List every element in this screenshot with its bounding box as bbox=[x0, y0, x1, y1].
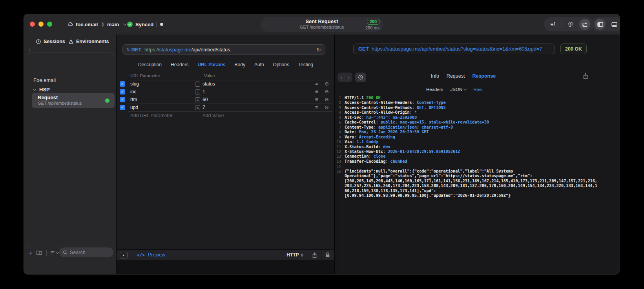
token: Cache-Control bbox=[345, 120, 376, 124]
tab-request[interactable]: Request bbox=[447, 73, 465, 79]
toggle-sidebar-button[interactable] bbox=[595, 19, 606, 30]
param-enabled-checkbox[interactable]: ✓ bbox=[120, 97, 125, 102]
sort-filter-button[interactable] bbox=[50, 250, 59, 255]
preview-button[interactable]: Preview bbox=[148, 252, 165, 258]
project-switcher[interactable]: foe.email bbox=[67, 20, 98, 28]
share-icon bbox=[312, 252, 317, 258]
value-options-icon[interactable]: ≡ bbox=[315, 89, 318, 95]
param-value[interactable]: status bbox=[203, 81, 215, 87]
tree-item-foe-email[interactable]: Foe.email bbox=[33, 77, 56, 83]
forward-button[interactable]: › bbox=[348, 74, 350, 80]
param-name[interactable]: upd bbox=[130, 105, 138, 110]
remove-param-icon[interactable]: ⊖ bbox=[325, 81, 329, 87]
tab-description[interactable]: Description bbox=[138, 62, 162, 67]
add-param-placeholder[interactable]: Add URL Parameter bbox=[130, 113, 173, 118]
protocol-selector[interactable]: HTTP bbox=[286, 252, 299, 258]
method-label: GET bbox=[358, 46, 369, 52]
stepper-arrows-icon[interactable]: ⇅ bbox=[301, 253, 304, 257]
response-line: 12X-Status-Now-Utc: 2026-01-26T20:29:59.… bbox=[335, 149, 620, 154]
token: : bbox=[354, 135, 359, 139]
add-group-button[interactable] bbox=[36, 250, 42, 256]
tab-auth[interactable]: Auth bbox=[254, 62, 264, 67]
response-line: 7Content-Type: application/json; charset… bbox=[335, 125, 620, 130]
param-add-row[interactable]: Add URL ParameterAdd Value bbox=[117, 111, 334, 119]
sync-status[interactable]: Synced bbox=[127, 20, 153, 28]
chevron-down-icon bbox=[463, 87, 467, 90]
tab-body[interactable]: Body bbox=[235, 62, 245, 67]
tab-headers[interactable]: Headers bbox=[171, 62, 188, 67]
remove-param-icon[interactable]: ⊖ bbox=[325, 89, 329, 95]
status-code-badge: 200 bbox=[367, 19, 379, 25]
line-content: Alt-Svc: h3=":443"; ma=2592000 bbox=[345, 115, 417, 120]
tree-item-hsp[interactable]: HSP bbox=[33, 86, 50, 93]
remove-param-icon[interactable]: ⊖ bbox=[325, 96, 329, 102]
token: Alt-Svc bbox=[345, 115, 361, 120]
commit-changes-button[interactable] bbox=[547, 19, 558, 30]
close-window-button[interactable] bbox=[30, 22, 35, 27]
response-body: 1HTTP/1.1 200 OK2Access-Control-Allow-He… bbox=[335, 96, 620, 274]
param-enabled-checkbox[interactable]: ✓ bbox=[120, 105, 125, 110]
param-value[interactable]: 60 bbox=[203, 97, 208, 102]
add-request-button[interactable]: + bbox=[29, 249, 33, 256]
param-name[interactable]: rtm bbox=[130, 97, 137, 102]
value-options-icon[interactable]: ≡ bbox=[315, 96, 318, 102]
request-panel: ⇅ GET https://statuspage.me/api/embed/st… bbox=[116, 35, 334, 274]
request-list-item-selected[interactable]: Request GET /api/embed/status bbox=[32, 93, 115, 108]
expand-editor-button[interactable]: ▲ bbox=[120, 252, 128, 258]
remove-session-button[interactable]: − bbox=[35, 47, 38, 53]
tab-options[interactable]: Options bbox=[273, 62, 289, 67]
tab-sessions[interactable]: Sessions bbox=[36, 38, 65, 45]
branch-switcher[interactable]: main bbox=[100, 20, 126, 28]
tab-url-params[interactable]: URL Params bbox=[197, 62, 225, 67]
toggle-bottom-panel-button[interactable] bbox=[609, 19, 620, 30]
subtab-raw[interactable]: Raw bbox=[473, 87, 482, 92]
value-options-icon[interactable]: ≡ bbox=[315, 104, 318, 110]
panel-bottom-icon bbox=[611, 21, 618, 28]
tab-info[interactable]: Info bbox=[431, 73, 439, 79]
request-url[interactable]: https://statuspage.me/api/embed/status bbox=[144, 47, 230, 53]
line-content: HTTP/1.1 200 OK bbox=[345, 96, 381, 100]
tab-environments[interactable]: Environments bbox=[68, 38, 109, 45]
export-response-button[interactable] bbox=[583, 73, 588, 79]
request-url-bar[interactable]: ⇅ GET https://statuspage.me/api/embed/st… bbox=[122, 44, 325, 55]
footer-separator bbox=[308, 250, 308, 260]
app-window: foe.email main Synced Sent Request GET /… bbox=[24, 14, 620, 274]
zoom-window-button[interactable] bbox=[47, 22, 52, 27]
method-selector-icon[interactable]: ⇅ bbox=[127, 47, 130, 52]
response-subtabs: HeadersJSONRaw bbox=[426, 87, 482, 92]
pull-changes-button[interactable] bbox=[565, 19, 576, 30]
pill-center: Sent Request GET /api/embed/status bbox=[261, 18, 383, 30]
history-button[interactable] bbox=[355, 73, 366, 82]
param-name[interactable]: slug bbox=[130, 81, 139, 87]
param-value[interactable]: 1 bbox=[203, 89, 205, 95]
tab-testing[interactable]: Testing bbox=[298, 62, 313, 67]
lock-button[interactable] bbox=[325, 252, 330, 258]
method-label[interactable]: GET bbox=[131, 47, 141, 53]
request-status-pill[interactable]: Sent Request GET /api/embed/status 200 2… bbox=[261, 17, 383, 32]
add-session-button[interactable]: + bbox=[28, 47, 31, 53]
param-value[interactable]: 7 bbox=[203, 105, 205, 110]
tab-response[interactable]: Response bbox=[472, 73, 496, 79]
footer-separator bbox=[174, 250, 174, 260]
response-line: 1HTTP/1.1 200 OK bbox=[335, 96, 620, 100]
param-enabled-checkbox[interactable]: ✓ bbox=[120, 81, 125, 87]
add-value-placeholder[interactable]: Add Value bbox=[203, 113, 224, 118]
line-content: {"incidents":null,"overall":{"code":"ope… bbox=[345, 169, 597, 198]
param-name[interactable]: inc bbox=[130, 89, 136, 95]
subtab-json[interactable]: JSON bbox=[450, 87, 466, 92]
sync-requests-button[interactable] bbox=[579, 19, 590, 30]
minimize-window-button[interactable] bbox=[38, 22, 44, 27]
back-button[interactable]: ‹ bbox=[340, 74, 342, 80]
subtab-headers[interactable]: Headers bbox=[426, 87, 443, 92]
param-enabled-checkbox[interactable]: ✓ bbox=[120, 89, 125, 95]
remove-param-icon[interactable]: ⊖ bbox=[325, 104, 329, 110]
sent-request-url[interactable]: GET https://statuspage.me/api/embed/stat… bbox=[353, 44, 555, 54]
search-input[interactable]: Search bbox=[59, 247, 113, 257]
resend-icon[interactable]: ↻ bbox=[316, 47, 321, 53]
url-separator: :// bbox=[155, 47, 159, 53]
unsaved-dot-icon bbox=[160, 23, 163, 26]
share-request-button[interactable] bbox=[312, 252, 317, 258]
line-content: Access-Control-Allow-Headers: Content-Ty… bbox=[345, 100, 446, 105]
titlebar-separator bbox=[156, 22, 157, 27]
value-options-icon[interactable]: ≡ bbox=[315, 81, 318, 87]
